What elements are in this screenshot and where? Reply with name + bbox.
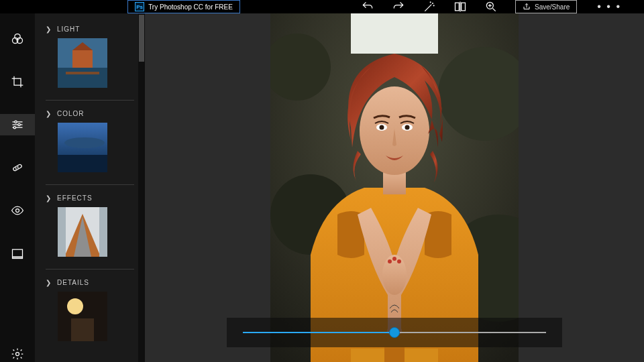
adjustment-slider-bar (227, 318, 562, 347)
svg-point-33 (64, 137, 105, 148)
thumb-light[interactable] (58, 38, 107, 88)
section-label: DETAILS (57, 279, 89, 286)
svg-point-1 (433, 5, 434, 6)
svg-rect-19 (13, 164, 22, 172)
auto-enhance-button[interactable] (423, 0, 436, 13)
section-header-details[interactable]: ❯ DETAILS (46, 279, 134, 286)
rail-heal[interactable] (0, 157, 35, 178)
svg-point-59 (397, 259, 401, 263)
top-right-group: Save/Share • • • (361, 0, 624, 13)
section-label: LIGHT (57, 25, 80, 33)
slider-track-empty (394, 332, 546, 333)
svg-rect-47 (351, 13, 438, 54)
rail-adjust[interactable] (0, 114, 35, 135)
top-center: Ps Try Photoshop CC for FREE (127, 0, 240, 13)
svg-rect-49 (384, 347, 405, 362)
svg-point-40 (67, 298, 83, 314)
svg-rect-24 (13, 257, 23, 259)
section-header-light[interactable]: ❯ LIGHT (46, 25, 134, 33)
thumb-details[interactable] (58, 292, 107, 341)
canvas-area (145, 13, 644, 362)
svg-point-2 (430, 2, 431, 3)
adjust-panel: ❯ LIGHT ❯ COLOR (35, 13, 145, 362)
rail-frames[interactable] (0, 243, 35, 264)
save-share-label: Save/Share (535, 3, 570, 11)
chevron-right-icon: ❯ (46, 25, 52, 33)
slider-track-filled (243, 332, 394, 333)
rail-crop[interactable] (0, 71, 35, 93)
photoshop-icon: Ps (135, 2, 144, 11)
section-light: ❯ LIGHT (46, 25, 134, 88)
svg-point-0 (433, 3, 433, 4)
rail-looks[interactable] (0, 28, 35, 50)
chevron-right-icon: ❯ (46, 279, 52, 286)
svg-rect-32 (58, 155, 107, 172)
main-body: ❯ LIGHT ❯ COLOR (0, 13, 644, 362)
section-header-effects[interactable]: ❯ EFFECTS (46, 194, 134, 202)
section-header-color[interactable]: ❯ COLOR (46, 110, 134, 117)
section-effects: ❯ EFFECTS (46, 194, 134, 257)
divider (46, 100, 134, 101)
svg-point-55 (380, 125, 384, 130)
svg-rect-38 (99, 207, 107, 257)
svg-point-14 (15, 121, 17, 123)
slider-track[interactable] (243, 332, 546, 333)
svg-rect-4 (462, 3, 466, 11)
svg-line-20 (15, 167, 17, 170)
undo-button[interactable] (361, 0, 374, 13)
svg-point-25 (16, 353, 19, 356)
top-bar: Ps Try Photoshop CC for FREE Save/Sh (0, 0, 644, 13)
section-label: COLOR (57, 110, 85, 117)
svg-rect-28 (72, 50, 93, 68)
divider (46, 184, 134, 185)
more-menu-button[interactable]: • • • (594, 1, 624, 13)
svg-line-7 (493, 9, 496, 11)
svg-point-57 (388, 259, 392, 263)
settings-button[interactable] (0, 343, 35, 362)
svg-rect-37 (58, 207, 66, 257)
section-color: ❯ COLOR (46, 110, 134, 172)
zoom-button[interactable] (484, 0, 498, 13)
edited-photo (270, 13, 519, 362)
flip-button[interactable] (453, 0, 467, 13)
panel-inner: ❯ LIGHT ❯ COLOR (35, 13, 145, 341)
svg-point-58 (392, 257, 396, 261)
svg-rect-23 (13, 249, 23, 257)
thumb-color[interactable] (58, 123, 107, 172)
svg-rect-41 (71, 318, 94, 341)
section-label: EFFECTS (57, 194, 93, 202)
slider-handle[interactable] (389, 327, 400, 338)
try-photoshop-label: Try Photoshop CC for FREE (148, 3, 233, 11)
svg-point-22 (16, 209, 19, 213)
app-root: Ps Try Photoshop CC for FREE Save/Sh (0, 0, 644, 362)
svg-line-21 (17, 166, 19, 169)
svg-point-56 (405, 125, 410, 130)
divider (46, 269, 134, 269)
rail-preview[interactable] (0, 200, 35, 221)
scrollbar-thumb[interactable] (139, 15, 144, 62)
redo-button[interactable] (392, 0, 405, 13)
save-share-button[interactable]: Save/Share (515, 0, 577, 13)
svg-point-16 (18, 123, 20, 125)
chevron-right-icon: ❯ (46, 194, 52, 202)
section-details: ❯ DETAILS (46, 279, 134, 341)
left-rail (0, 13, 35, 362)
chevron-right-icon: ❯ (46, 110, 52, 117)
svg-point-18 (13, 127, 15, 129)
svg-rect-3 (455, 3, 460, 11)
try-photoshop-button[interactable]: Ps Try Photoshop CC for FREE (127, 0, 240, 13)
svg-rect-30 (66, 72, 99, 74)
svg-rect-27 (58, 68, 107, 88)
thumb-effects[interactable] (58, 207, 107, 257)
panel-scrollbar[interactable] (138, 13, 145, 362)
